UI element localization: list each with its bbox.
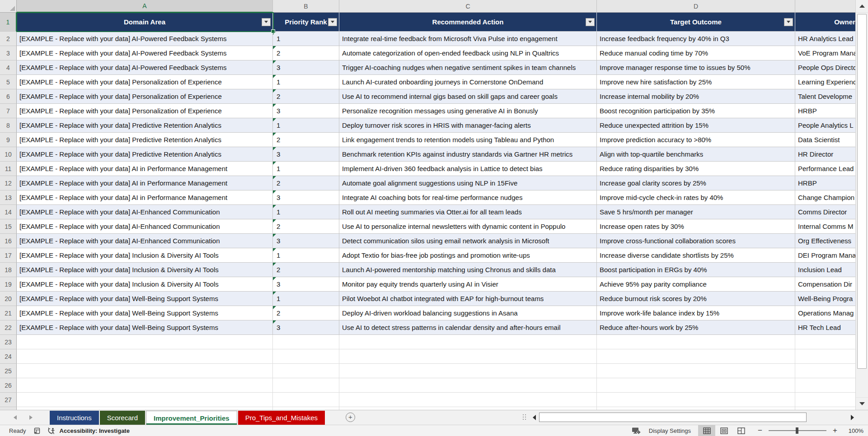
header-cell-A[interactable]: Domain Area	[17, 13, 273, 32]
cell-C4[interactable]: Trigger AI-coaching nudges when negative…	[339, 60, 597, 75]
cell-D10[interactable]: Align with top-quartile benchmarks	[597, 147, 795, 162]
normal-view-button[interactable]	[698, 425, 715, 436]
sheet-tab-scorecard[interactable]: Scorecard	[100, 411, 145, 425]
scroll-right-button[interactable]	[848, 412, 856, 423]
row-header-8[interactable]: 8	[0, 118, 17, 133]
zoom-level-label[interactable]: 100%	[845, 427, 863, 434]
cell-D21[interactable]: Improve work-life balance index by 15%	[597, 306, 795, 320]
cell-E22[interactable]: HR Tech Lead	[795, 320, 855, 335]
cell-D5[interactable]: Improve new hire satisfaction by 25%	[597, 75, 795, 89]
cell-C26[interactable]	[339, 378, 597, 393]
row-header-18[interactable]: 18	[0, 263, 17, 277]
cell-C23[interactable]	[339, 335, 597, 349]
cell-E4[interactable]: People Ops Director	[795, 60, 855, 75]
sheet-tab-instructions[interactable]: Instructions	[50, 411, 99, 425]
row-header-3[interactable]: 3	[0, 46, 17, 60]
cell-B11[interactable]: 1	[273, 162, 339, 176]
filter-button-D[interactable]	[784, 18, 793, 26]
accessibility-icon[interactable]	[47, 427, 56, 435]
row-header-24[interactable]: 24	[0, 349, 17, 364]
cell-A14[interactable]: [EXAMPLE - Replace with your data] AI-En…	[17, 205, 273, 219]
cell-E25[interactable]	[795, 364, 855, 378]
cell-C18[interactable]: Launch AI-powered mentorship matching us…	[339, 263, 597, 277]
cell-C20[interactable]: Pilot Woebot AI chatbot integrated with …	[339, 292, 597, 306]
cell-A12[interactable]: [EXAMPLE - Replace with your data] AI in…	[17, 176, 273, 190]
cell-B27[interactable]	[273, 393, 339, 407]
cell-A18[interactable]: [EXAMPLE - Replace with your data] Inclu…	[17, 263, 273, 277]
cell-A8[interactable]: [EXAMPLE - Replace with your data] Predi…	[17, 118, 273, 133]
row-header-15[interactable]: 15	[0, 219, 17, 234]
cell-A21[interactable]: [EXAMPLE - Replace with your data] Well-…	[17, 306, 273, 320]
cell-B6[interactable]: 2	[273, 89, 339, 104]
cell-C11[interactable]: Implement AI-driven 360 feedback analysi…	[339, 162, 597, 176]
cell-C13[interactable]: Integrate AI coaching bots for real-time…	[339, 190, 597, 205]
cell-A20[interactable]: [EXAMPLE - Replace with your data] Well-…	[17, 292, 273, 306]
cell-B3[interactable]: 2	[273, 46, 339, 60]
cell-A11[interactable]: [EXAMPLE - Replace with your data] AI in…	[17, 162, 273, 176]
cell-B15[interactable]: 2	[273, 219, 339, 234]
header-cell-C[interactable]: Recommended Action	[339, 13, 597, 32]
prev-sheet-icon[interactable]	[14, 415, 17, 420]
cell-E20[interactable]: Well-Being Progra	[795, 292, 855, 306]
cell-C2[interactable]: Integrate real-time feedback from Micros…	[339, 32, 597, 46]
cell-B19[interactable]: 3	[273, 277, 339, 292]
cell-E11[interactable]: Performance Lead	[795, 162, 855, 176]
cell-D24[interactable]	[597, 349, 795, 364]
cell-D7[interactable]: Boost recognition participation by 35%	[597, 104, 795, 118]
page-break-preview-button[interactable]	[732, 425, 750, 436]
cell-C27[interactable]	[339, 393, 597, 407]
cell-D22[interactable]: Reduce after-hours work by 25%	[597, 320, 795, 335]
cell-D6[interactable]: Increase internal mobility by 20%	[597, 89, 795, 104]
row-header-6[interactable]: 6	[0, 89, 17, 104]
row-header-12[interactable]: 12	[0, 176, 17, 190]
page-layout-view-button[interactable]	[715, 425, 732, 436]
row-header-26[interactable]: 26	[0, 378, 17, 393]
cell-C7[interactable]: Personalize recognition messages using g…	[339, 104, 597, 118]
cell-D15[interactable]: Increase open rates by 30%	[597, 219, 795, 234]
cell-A10[interactable]: [EXAMPLE - Replace with your data] Predi…	[17, 147, 273, 162]
scroll-left-button[interactable]	[530, 412, 538, 423]
cell-C9[interactable]: Link engagement trends to retention mode…	[339, 133, 597, 147]
cell-D16[interactable]: Improve cross-functional collaboration s…	[597, 234, 795, 248]
filter-button-B[interactable]	[328, 18, 337, 26]
cell-D17[interactable]: Increase diverse candidate shortlists by…	[597, 248, 795, 263]
cell-B10[interactable]: 3	[273, 147, 339, 162]
cell-E26[interactable]	[795, 378, 855, 393]
cell-B24[interactable]	[273, 349, 339, 364]
sheet-tab-improvement_priorities[interactable]: Improvement_Priorities	[146, 411, 237, 425]
cell-D20[interactable]: Reduce burnout risk scores by 20%	[597, 292, 795, 306]
cell-E9[interactable]: Data Scientist	[795, 133, 855, 147]
cell-D26[interactable]	[597, 378, 795, 393]
horizontal-scrollbar[interactable]	[530, 412, 856, 423]
cell-D13[interactable]: Improve mid-cycle check-in rates by 40%	[597, 190, 795, 205]
cell-D27[interactable]	[597, 393, 795, 407]
cell-A3[interactable]: [EXAMPLE - Replace with your data] AI-Po…	[17, 46, 273, 60]
next-sheet-icon[interactable]	[29, 415, 33, 420]
vertical-scrollbar-thumb[interactable]	[857, 14, 867, 369]
cell-C14[interactable]: Roll out AI meeting summaries via Otter.…	[339, 205, 597, 219]
cell-A26[interactable]	[17, 378, 273, 393]
cell-C5[interactable]: Launch AI-curated onboarding journeys in…	[339, 75, 597, 89]
cell-B25[interactable]	[273, 364, 339, 378]
cell-A27[interactable]	[17, 393, 273, 407]
cell-A24[interactable]	[17, 349, 273, 364]
filter-button-A[interactable]	[262, 18, 271, 26]
cell-B5[interactable]: 1	[273, 75, 339, 89]
cell-C19[interactable]: Monitor pay equity trends quarterly usin…	[339, 277, 597, 292]
row-header-10[interactable]: 10	[0, 147, 17, 162]
scroll-up-button[interactable]	[856, 0, 868, 13]
cell-B14[interactable]: 1	[273, 205, 339, 219]
cell-E7[interactable]: HRBP	[795, 104, 855, 118]
macro-record-icon[interactable]	[33, 427, 40, 434]
zoom-slider-handle[interactable]	[796, 427, 798, 434]
cell-E8[interactable]: People Analytics L	[795, 118, 855, 133]
cell-E5[interactable]: Learning Experience	[795, 75, 855, 89]
cell-C6[interactable]: Use AI to recommend internal gigs based …	[339, 89, 597, 104]
cell-E18[interactable]: Inclusion Lead	[795, 263, 855, 277]
cell-E10[interactable]: HR Director	[795, 147, 855, 162]
cell-A25[interactable]	[17, 364, 273, 378]
cell-C17[interactable]: Adopt Textio for bias-free job postings …	[339, 248, 597, 263]
cell-D9[interactable]: Improve prediction accuracy to >80%	[597, 133, 795, 147]
cell-C25[interactable]	[339, 364, 597, 378]
cell-B13[interactable]: 3	[273, 190, 339, 205]
